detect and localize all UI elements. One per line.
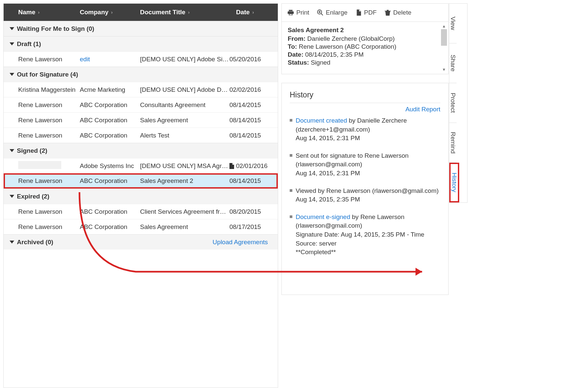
cell-title: [DEMO USE ONLY] Adobe Docu… <box>140 86 229 93</box>
print-icon <box>287 9 294 16</box>
table-row[interactable]: Adobe Systems Inc[DEMO USE ONLY] MSA Agr… <box>4 158 278 173</box>
group-label: Draft (1) <box>17 40 41 48</box>
svg-line-1 <box>321 14 323 16</box>
history-text: Document created by Danielle Zerchere (d… <box>296 116 440 143</box>
cell-company: Acme Marketing <box>80 86 140 93</box>
history-item: Sent out for signature to Rene Lawerson … <box>290 151 440 178</box>
document-info: ▲ ▼ Sales Agreement 2 From: Danielle Zer… <box>281 22 449 74</box>
col-header-title[interactable]: Document Title› <box>140 9 236 16</box>
pdf-button[interactable]: PDF <box>352 8 379 18</box>
table-row[interactable]: Rene LawersonABC CorporationAlerts Test0… <box>4 128 278 143</box>
cell-title: Sales Agreement <box>140 223 229 231</box>
cell-date: 02/01/2016 <box>229 162 269 170</box>
chevron-right-icon: › <box>38 10 40 15</box>
cell-title: [DEMO USE ONLY] MSA Agre… <box>140 162 229 170</box>
cell-name: Rene Lawerson <box>18 117 80 124</box>
history-link[interactable]: Document created <box>296 117 347 124</box>
chevron-down-icon <box>10 73 14 76</box>
cell-title: Sales Agreement <box>140 117 229 124</box>
cell-company[interactable]: edit <box>80 56 140 63</box>
group-label: Signed (2) <box>17 147 47 154</box>
cell-company: ABC Corporation <box>80 132 140 139</box>
history-text: Sent out for signature to Rene Lawerson … <box>296 151 440 178</box>
cell-title: [DEMO USE ONLY] Adobe Sign A… <box>140 56 229 63</box>
redacted-name <box>18 161 61 169</box>
table-row[interactable]: Rene Lawersonedit[DEMO USE ONLY] Adobe S… <box>4 51 278 67</box>
scroll-up-button[interactable]: ▲ <box>441 23 447 29</box>
cell-date: 08/14/2015 <box>229 132 269 139</box>
tab-view[interactable]: View <box>449 4 457 43</box>
history-item: Document e-signed by Rene Lawerson (rlaw… <box>290 213 440 257</box>
chevron-down-icon <box>10 149 14 152</box>
cell-company: ABC Corporation <box>80 117 140 124</box>
cell-title: Consultants Agreement <box>140 101 229 109</box>
history-text: Viewed by Rene Lawerson (rlawerson@gmail… <box>296 187 439 204</box>
table-header: Name› Company› Document Title› Date› <box>4 4 278 21</box>
cell-name: Kristina Maggerstein <box>18 86 80 93</box>
tab-remind[interactable]: Remind <box>449 123 457 163</box>
group-header[interactable]: Waiting For Me to Sign (0) <box>4 21 278 36</box>
divider <box>290 103 440 103</box>
col-header-date[interactable]: Date› <box>236 9 276 16</box>
tab-protect[interactable]: Protect <box>449 83 457 123</box>
table-row[interactable]: Rene LawersonABC CorporationSales Agreem… <box>4 173 278 189</box>
chevron-right-icon: › <box>111 10 113 15</box>
audit-report-link[interactable]: Audit Report <box>290 106 440 113</box>
cell-name: Rene Lawerson <box>18 101 80 109</box>
cell-company: Adobe Systems Inc <box>80 162 140 170</box>
cell-date: 08/14/2015 <box>229 177 269 185</box>
scrollbar-thumb[interactable] <box>441 29 447 46</box>
cell-date: 08/20/2015 <box>229 208 269 215</box>
bullet-icon <box>290 215 292 218</box>
cell-name: Rene Lawerson <box>18 56 80 63</box>
doc-date: Date: 08/14/2015, 2:35 PM <box>288 51 442 58</box>
scroll-down-button[interactable]: ▼ <box>441 67 447 73</box>
table-row[interactable]: Kristina MaggersteinAcme Marketing[DEMO … <box>4 82 278 97</box>
group-label: Expired (2) <box>17 193 49 200</box>
history-panel: History Audit Report Document created by… <box>281 83 449 295</box>
details-toolbar: Print Enlarge PDF Delete <box>281 3 449 22</box>
table-row[interactable]: Rene LawersonABC CorporationSales Agreem… <box>4 112 278 128</box>
cell-company: ABC Corporation <box>80 177 140 185</box>
table-row[interactable]: Rene LawersonABC CorporationConsultants … <box>4 97 278 112</box>
chevron-down-icon <box>10 27 14 30</box>
cell-company: ABC Corporation <box>80 208 140 215</box>
group-label: Waiting For Me to Sign (0) <box>17 25 94 32</box>
table-row[interactable]: Rene LawersonABC CorporationSales Agreem… <box>4 219 278 234</box>
cell-title: Alerts Test <box>140 132 229 139</box>
chevron-down-icon <box>10 195 14 198</box>
doc-to: To: Rene Lawerson (ABC Corporation) <box>288 43 442 50</box>
pdf-icon <box>355 9 362 16</box>
group-header[interactable]: Draft (1) <box>4 36 278 51</box>
bullet-icon <box>290 189 292 192</box>
delete-button[interactable]: Delete <box>381 8 414 18</box>
table-row[interactable]: Rene LawersonABC CorporationClient Servi… <box>4 204 278 219</box>
cell-name: Rene Lawerson <box>18 223 80 231</box>
col-header-name[interactable]: Name› <box>18 9 80 16</box>
tab-history[interactable]: History <box>449 163 459 202</box>
chevron-right-icon: › <box>188 10 190 15</box>
group-label: Archived (0) <box>17 239 53 246</box>
cell-name <box>18 161 80 171</box>
upload-agreements-link[interactable]: Upload Agreements <box>213 239 268 246</box>
group-header[interactable]: Out for Signature (4) <box>4 67 278 82</box>
history-link[interactable]: Document e-signed <box>296 213 350 220</box>
print-button[interactable]: Print <box>284 8 312 18</box>
history-text: Document e-signed by Rene Lawerson (rlaw… <box>296 213 440 257</box>
history-item: Viewed by Rene Lawerson (rlawerson@gmail… <box>290 187 440 204</box>
chevron-down-icon <box>10 42 14 45</box>
group-header[interactable]: Expired (2) <box>4 189 278 204</box>
side-tabs: View Share Protect Remind History <box>449 3 467 203</box>
cell-company: ABC Corporation <box>80 101 140 109</box>
cell-title: Sales Agreement 2 <box>140 177 229 185</box>
enlarge-button[interactable]: Enlarge <box>314 8 350 18</box>
cell-name: Rene Lawerson <box>18 208 80 215</box>
cell-date: 08/14/2015 <box>229 101 269 109</box>
bullet-icon <box>290 119 292 122</box>
col-header-company[interactable]: Company› <box>80 9 140 16</box>
cell-date: 08/17/2015 <box>229 223 269 231</box>
bullet-icon <box>290 154 292 157</box>
group-header[interactable]: Signed (2) <box>4 143 278 158</box>
group-header[interactable]: Archived (0)Upload Agreements <box>4 234 278 250</box>
tab-share[interactable]: Share <box>449 43 457 83</box>
